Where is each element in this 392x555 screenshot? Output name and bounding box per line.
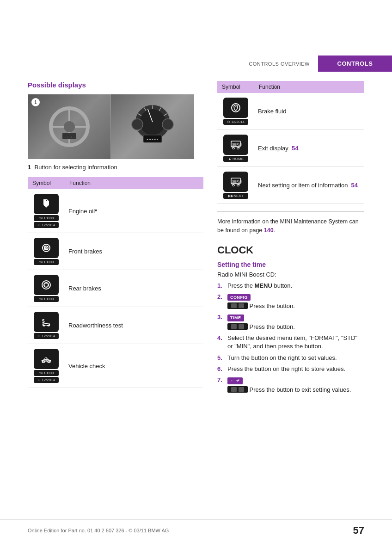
list-item: 5. Turn the button on the right to set v… (217, 354, 364, 362)
sub-display-rear-brake: mi 10000 (34, 296, 59, 302)
function-text: Roadworthiness test (65, 307, 203, 344)
step-num: 1. (217, 282, 224, 290)
function-text: Rear brakes (65, 270, 203, 307)
symbol-cell: SERVICE ▶▶NEXT (217, 167, 254, 204)
list-item: 1. Press the MENU button. (217, 282, 364, 290)
sub-display-brake-fluid: ⊙ 12/2014 (223, 119, 248, 125)
header-nav: CONTROLS OVERVIEW CONTROLS (0, 0, 392, 72)
svg-point-22 (46, 206, 47, 208)
nav-controls-overview: CONTROLS OVERVIEW (240, 56, 318, 72)
svg-point-37 (237, 148, 239, 149)
col-symbol-r: Symbol (217, 81, 254, 93)
more-info-text: More information on the MINI Maintenance… (217, 211, 364, 235)
symbol-cell: mi 10000 (28, 270, 65, 307)
function-text: Vehicle check (65, 344, 203, 388)
list-item: 6. Press the button on the right to stor… (217, 365, 364, 373)
svg-text:■ ■ ■ ■ ■: ■ ■ ■ ■ ■ (147, 138, 159, 141)
col-symbol: Symbol (28, 177, 65, 189)
right-symbol-table: Symbol Function (217, 81, 364, 204)
sub-display-next: ▶▶NEXT (223, 193, 248, 199)
sub-display-vehicle-1: mi 10000 (34, 370, 59, 376)
table-row: mi 10000 ⊙ 12/2014 Engine oil* (28, 189, 203, 233)
step-content: Press the MENU button. (227, 282, 364, 290)
step-num: 7. (217, 376, 224, 384)
clock-intro: Radio MINI Boost CD: (217, 271, 364, 278)
function-text: Engine oil* (65, 189, 203, 233)
table-row: mi 10000 Rear brakes (28, 270, 203, 307)
sub-display-exit: ▲ HOME (223, 156, 248, 162)
dark-btn-time (227, 323, 248, 330)
sub-display-roadworthiness: ⊙ 12/2014 (34, 333, 59, 339)
display-box: mi 10000 ⊙ 12/2014 (31, 349, 61, 383)
table-row: SERVICE ▶▶NEXT Next setting or item of i… (217, 167, 364, 204)
dark-btn-back (227, 386, 248, 393)
footer: Online Edition for Part no. 01 40 2 607 … (0, 519, 392, 536)
main-content: Possible displays 1 - ← → - (0, 81, 392, 397)
display-box: mi 10000 (31, 275, 61, 302)
svg-text:SERVICE: SERVICE (232, 180, 242, 183)
svg-text:SERVICE: SERVICE (232, 143, 242, 146)
symbol-cell: $ ⊙ 12/2014 (28, 307, 65, 344)
clock-section: CLOCK Setting the time Radio MINI Boost … (217, 244, 364, 394)
symbol-cell: mi 10000 ⊙ 12/2014 (28, 189, 65, 233)
function-text: Front brakes (65, 233, 203, 270)
left-symbol-table: Symbol Function mi 10000 ⊙ 12/2014 (28, 177, 203, 388)
caption-text: 1 Button for selecting information (28, 164, 203, 171)
back-btn-label: ← ↵ (227, 377, 243, 384)
symbol-cell: mi 10000 (28, 233, 65, 270)
symbol-cell: ⊙ 12/2014 (217, 93, 254, 130)
dash-left: 1 - ← → - (28, 94, 111, 159)
more-info-link[interactable]: 140 (264, 227, 274, 234)
step-content: CONFIG Press the button. (227, 293, 364, 311)
dashboard-image: 1 - ← → - (28, 94, 194, 159)
svg-text:$: $ (42, 319, 45, 324)
list-item: 7. ← ↵ Press the button to exit setting … (217, 376, 364, 394)
function-text: Brake fluid (254, 93, 364, 130)
display-box: mi 10000 (31, 238, 61, 265)
steps-list: 1. Press the MENU button. 2. CONFIG Pres… (217, 282, 364, 394)
dark-btn-config (227, 302, 248, 309)
table-row: $ ⊙ 12/2014 Roadworthiness test (28, 307, 203, 344)
step-num: 5. (217, 354, 224, 362)
sub-display-vehicle-2: ⊙ 12/2014 (34, 377, 59, 383)
display-box: ⊙ 12/2014 (221, 98, 251, 125)
display-box: SERVICE ▲ HOME (221, 135, 251, 162)
col-function-r: Function (254, 81, 364, 93)
sub-display-oil-1: mi 10000 (34, 215, 59, 221)
icon-box-roadworthiness: $ (34, 312, 59, 332)
dash-right: ■ ■ ■ ■ ■ (111, 94, 194, 159)
step-num: 2. (217, 293, 224, 301)
svg-point-36 (233, 148, 235, 149)
icon-box-next-setting: SERVICE (223, 172, 248, 192)
list-item: 3. TIME Press the button. (217, 313, 364, 331)
clock-title: CLOCK (217, 244, 364, 256)
table-row: mi 10000 Front brakes (28, 233, 203, 270)
list-item: 4. Select the desired menu item, "FORMAT… (217, 334, 364, 351)
col-function: Function (65, 177, 203, 189)
table-row: SERVICE ▲ HOME Exit display 54 (217, 130, 364, 167)
display-box: mi 10000 ⊙ 12/2014 (31, 194, 61, 228)
step-content: ← ↵ Press the button to exit setting val… (227, 376, 364, 394)
step-num: 3. (217, 313, 224, 321)
time-btn-label: TIME (227, 314, 244, 321)
sub-display-front-brake: mi 10000 (34, 259, 59, 265)
sub-display-oil-2: ⊙ 12/2014 (34, 222, 59, 228)
function-text: Next setting or item of information 54 (254, 167, 364, 204)
function-text: Exit display 54 (254, 130, 364, 167)
step-num: 6. (217, 365, 224, 373)
icon-box-exit-display: SERVICE (223, 135, 248, 155)
icon-box-rear-brake (34, 275, 59, 295)
left-column: Possible displays 1 - ← → - (28, 81, 203, 397)
right-column: Symbol Function (217, 81, 364, 397)
step-num: 4. (217, 334, 224, 342)
clock-subtitle: Setting the time (217, 261, 364, 268)
config-btn-label: CONFIG (227, 294, 251, 301)
icon-box-brake-fluid (223, 98, 248, 118)
svg-point-1 (64, 121, 75, 132)
display-box: SERVICE ▶▶NEXT (221, 172, 251, 199)
step-content: Press the button on the right to store v… (227, 365, 364, 373)
step-content: TIME Press the button. (227, 313, 364, 331)
table-row: ⊙ 12/2014 Brake fluid (217, 93, 364, 130)
symbol-cell: mi 10000 ⊙ 12/2014 (28, 344, 65, 388)
icon-box-oil (34, 194, 59, 214)
